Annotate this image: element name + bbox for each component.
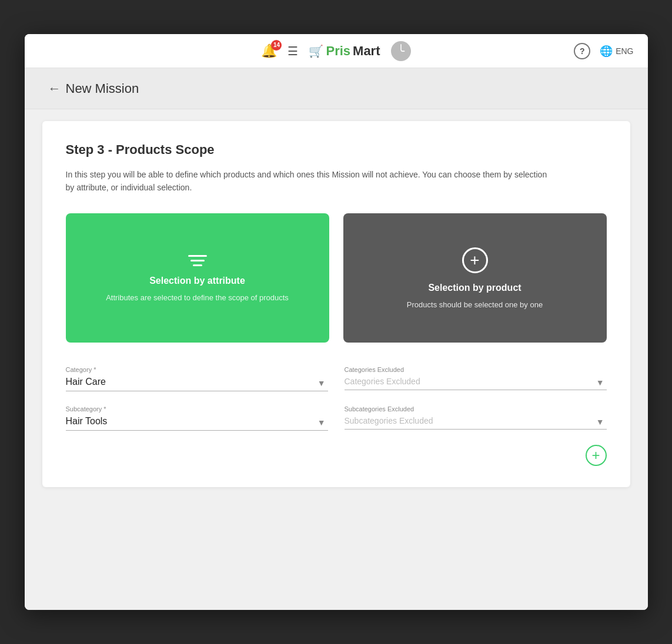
subcategory-chevron-icon: ▼ (317, 418, 326, 427)
selection-cards: Selection by attribute Attributes are se… (66, 213, 607, 343)
navbar: 🔔 14 ☰ 🛒 PrisMart ╰ ? 🌐 ENG (25, 34, 648, 68)
main-content: Step 3 - Products Scope In this step you… (25, 109, 648, 610)
subcategory-field: Subcategory * Hair Tools ▼ (66, 405, 328, 431)
lang-label: ENG (616, 46, 633, 56)
form-row-category: Category * Hair Care ▼ Categories Exclud… (66, 366, 607, 391)
subcategories-excluded-select[interactable]: Subcategories Excluded ▼ (345, 415, 607, 430)
logo-pris: Pris (326, 43, 350, 59)
subcategory-label: Subcategory * (66, 405, 328, 412)
subcategory-select[interactable]: Hair Tools ▼ (66, 415, 328, 431)
category-select[interactable]: Hair Care ▼ (66, 375, 328, 391)
selection-by-attribute-card[interactable]: Selection by attribute Attributes are se… (66, 213, 329, 343)
category-chevron-icon: ▼ (317, 378, 326, 388)
browser-window: 🔔 14 ☰ 🛒 PrisMart ╰ ? 🌐 ENG ← New Missio… (25, 34, 648, 610)
subcategories-excluded-label: Subcategories Excluded (345, 405, 607, 412)
by-attribute-title: Selection by attribute (149, 276, 245, 286)
back-button[interactable]: ← New Mission (48, 81, 139, 96)
back-arrow-icon: ← (48, 81, 61, 96)
notification-badge: 14 (271, 40, 282, 51)
navbar-center: 🔔 14 ☰ 🛒 PrisMart ╰ (261, 41, 410, 61)
subcategories-excluded-chevron-icon: ▼ (596, 417, 604, 427)
add-row-button[interactable]: + (586, 445, 607, 466)
page-title: New Mission (66, 81, 139, 96)
user-avatar[interactable]: ╰ (391, 41, 411, 61)
globe-icon: 🌐 (600, 45, 613, 58)
by-attribute-desc: Attributes are selected to define the sc… (106, 292, 289, 304)
by-product-title: Selection by product (428, 283, 521, 293)
category-field: Category * Hair Care ▼ (66, 366, 328, 391)
add-button-row: + (66, 445, 607, 466)
notification-bell[interactable]: 🔔 14 (261, 43, 277, 59)
logo: 🛒 PrisMart (309, 43, 380, 59)
logo-mart: Mart (353, 43, 380, 59)
menu-icon[interactable]: ☰ (287, 44, 298, 58)
cart-icon: 🛒 (309, 44, 323, 58)
categories-excluded-chevron-icon: ▼ (596, 378, 604, 387)
form-row-subcategory: Subcategory * Hair Tools ▼ Subcategories… (66, 405, 607, 431)
subcategories-excluded-field: Subcategories Excluded Subcategories Exc… (345, 405, 607, 431)
filter-line-2 (190, 260, 205, 261)
by-product-desc: Products should be selected one by one (407, 299, 543, 311)
navbar-right: ? 🌐 ENG (574, 43, 633, 59)
subcategory-value: Hair Tools (66, 415, 328, 428)
filter-line-3 (193, 264, 202, 266)
content-card: Step 3 - Products Scope In this step you… (42, 121, 630, 487)
categories-excluded-label: Categories Excluded (345, 366, 607, 373)
categories-excluded-field: Categories Excluded Categories Excluded … (345, 366, 607, 391)
categories-excluded-select[interactable]: Categories Excluded ▼ (345, 375, 607, 390)
page-header: ← New Mission (25, 68, 648, 109)
plus-circle-icon: + (462, 247, 488, 273)
step-title: Step 3 - Products Scope (66, 142, 607, 157)
categories-excluded-placeholder: Categories Excluded (345, 375, 607, 387)
help-button[interactable]: ? (574, 43, 590, 59)
category-value: Hair Care (66, 375, 328, 388)
language-selector[interactable]: 🌐 ENG (600, 45, 633, 58)
selection-by-product-card[interactable]: + Selection by product Products should b… (343, 213, 607, 343)
step-description: In this step you will be able to define … (66, 168, 548, 194)
filter-line-1 (188, 255, 207, 257)
filter-icon (188, 255, 207, 266)
subcategories-excluded-placeholder: Subcategories Excluded (345, 415, 607, 427)
category-label: Category * (66, 366, 328, 373)
